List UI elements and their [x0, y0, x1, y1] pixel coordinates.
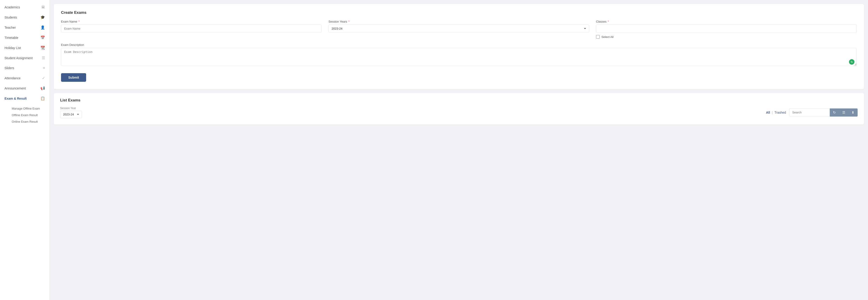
exam-description-wrapper: ↻: [61, 48, 857, 67]
sidebar-item-label: Student Assignment: [4, 56, 33, 60]
sidebar-item-teacher[interactable]: Teacher 👤: [0, 22, 50, 33]
all-trashed-links: All | Trashed: [766, 111, 786, 114]
filter-right: All | Trashed ↻ ☰ ⬇: [766, 108, 858, 116]
sidebar-item-label: Attendance: [4, 76, 21, 80]
sidebar-item-label: Academics: [4, 5, 20, 9]
sidebar-sub-offline-exam-result[interactable]: Offline Exam Result: [7, 112, 50, 119]
exam-description-label: Exam Description: [61, 43, 857, 46]
sidebar-item-attendance[interactable]: Attendance ✓: [0, 73, 50, 83]
session-years-select[interactable]: 2023-242022-232021-22: [329, 25, 589, 33]
teacher-icon: 👤: [40, 25, 45, 30]
sidebar-sub-manage-offline-exam[interactable]: Manage Offline Exam: [7, 105, 50, 112]
exam-name-input[interactable]: [61, 25, 322, 33]
form-row-top: Exam Name * Session Years * 2023-242022-…: [61, 20, 857, 39]
refresh-icon: ↻: [833, 110, 836, 114]
sidebar-sub-online-exam-result[interactable]: Online Exam Result: [7, 119, 50, 125]
sidebar: Academics 🏛 Students 🎓 Teacher 👤 Timetab…: [0, 0, 50, 300]
exam-name-group: Exam Name *: [61, 20, 322, 39]
view-icon: ☰: [842, 110, 845, 114]
exam-name-label: Exam Name *: [61, 20, 322, 23]
exam-description-group: Exam Description ↻: [61, 43, 857, 67]
timetable-icon: 📅: [40, 35, 45, 40]
sidebar-item-announcement[interactable]: Announcement 📢: [0, 83, 50, 93]
exam-name-required: *: [79, 20, 80, 23]
sidebar-item-holiday-list[interactable]: Holiday List 📆: [0, 43, 50, 53]
refresh-button[interactable]: ↻: [830, 108, 839, 116]
list-session-year-label: Session Year: [60, 107, 82, 110]
announcement-icon: 📢: [40, 86, 45, 90]
session-years-required: *: [348, 20, 349, 23]
create-exams-card: Create Exams Exam Name * Session Years *…: [54, 4, 864, 89]
classes-label: Classes *: [596, 20, 857, 23]
sidebar-item-label: Exam & Result: [4, 97, 27, 100]
textarea-refresh-icon: ↻: [849, 59, 855, 65]
classes-input-area[interactable]: [596, 25, 857, 33]
holiday-icon: 📆: [40, 46, 45, 50]
sidebar-item-timetable[interactable]: Timetable 📅: [0, 33, 50, 43]
attendance-icon: ✓: [42, 76, 45, 80]
search-input-wrapper: [789, 108, 830, 116]
select-all-row: Select All: [596, 35, 857, 39]
download-button[interactable]: ⬇: [848, 108, 858, 116]
exam-result-icon: 📋: [40, 96, 45, 101]
select-all-label[interactable]: Select All: [601, 35, 614, 39]
filter-separator: |: [772, 111, 773, 114]
sidebar-item-label: Holiday List: [4, 46, 21, 50]
submit-button[interactable]: Submit: [61, 73, 86, 82]
list-exams-header: List Exams: [60, 98, 858, 103]
sidebar-item-exam-result[interactable]: Exam & Result 📋: [0, 93, 50, 103]
sidebar-item-student-assignment[interactable]: Student Assignment ☰: [0, 53, 50, 63]
session-years-label: Session Years *: [329, 20, 589, 23]
action-buttons: ↻ ☰ ⬇: [830, 108, 858, 116]
filter-all-link[interactable]: All: [766, 111, 770, 114]
sliders-icon: ≡: [43, 66, 45, 70]
assignment-icon: ☰: [42, 56, 45, 60]
classes-required: *: [608, 20, 609, 23]
session-years-group: Session Years * 2023-242022-232021-22: [329, 20, 589, 39]
academics-icon: 🏛: [41, 5, 45, 9]
sidebar-item-label: Announcement: [4, 87, 26, 90]
create-exams-title: Create Exams: [61, 10, 857, 15]
sidebar-item-label: Timetable: [4, 36, 18, 39]
search-input[interactable]: [789, 108, 830, 116]
list-exams-card: List Exams Session Year 2023-242022-2320…: [54, 93, 864, 125]
sidebar-item-students[interactable]: Students 🎓: [0, 12, 50, 22]
exam-description-textarea[interactable]: [61, 48, 857, 66]
main-content: Create Exams Exam Name * Session Years *…: [50, 0, 868, 300]
classes-group: Classes * Select All: [596, 20, 857, 39]
filter-trashed-link[interactable]: Trashed: [774, 111, 786, 114]
list-filter-row: Session Year 2023-242022-232021-22 All |…: [60, 107, 858, 118]
sidebar-item-label: Sliders: [4, 66, 14, 70]
sidebar-item-label: Students: [4, 15, 17, 19]
sidebar-item-sliders[interactable]: Sliders ≡: [0, 63, 50, 73]
list-session-year-group: Session Year 2023-242022-232021-22: [60, 107, 82, 118]
list-session-year-select[interactable]: 2023-242022-232021-22: [60, 111, 82, 118]
sidebar-item-label: Teacher: [4, 26, 16, 29]
view-button[interactable]: ☰: [839, 108, 848, 116]
list-exams-title: List Exams: [60, 98, 81, 103]
select-all-checkbox[interactable]: [596, 35, 600, 39]
sidebar-item-academics[interactable]: Academics 🏛: [0, 2, 50, 12]
students-icon: 🎓: [40, 15, 45, 20]
sidebar-sub-menu: Manage Offline Exam Offline Exam Result …: [0, 103, 50, 127]
download-icon: ⬇: [851, 110, 855, 114]
